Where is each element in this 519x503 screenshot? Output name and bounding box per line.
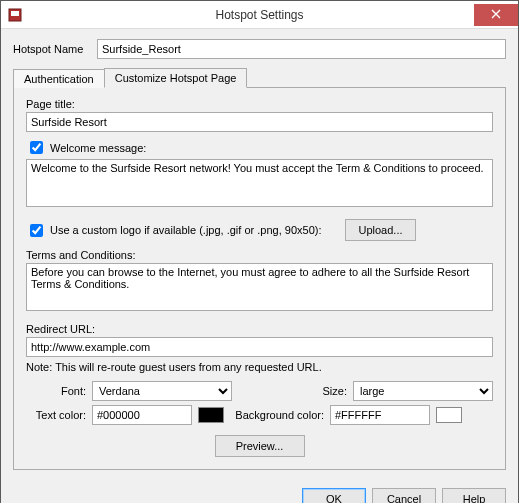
terms-label: Terms and Conditions: bbox=[26, 249, 493, 261]
text-color-label: Text color: bbox=[26, 409, 86, 421]
preview-button[interactable]: Preview... bbox=[215, 435, 305, 457]
custom-logo-label: Use a custom logo if available (.jpg, .g… bbox=[50, 224, 321, 236]
bg-color-swatch[interactable] bbox=[436, 407, 462, 423]
close-button[interactable] bbox=[474, 4, 518, 26]
welcome-message-label: Welcome message: bbox=[50, 142, 146, 154]
preview-row: Preview... bbox=[26, 435, 493, 457]
welcome-message-row: Welcome message: bbox=[26, 138, 493, 157]
size-label: Size: bbox=[287, 385, 347, 397]
font-size-grid: Font: Verdana Size: large bbox=[26, 381, 493, 401]
color-grid: Text color: Background color: bbox=[26, 405, 493, 425]
hotspot-name-row: Hotspot Name bbox=[13, 39, 506, 59]
size-select[interactable]: large bbox=[353, 381, 493, 401]
redirect-url-label: Redirect URL: bbox=[26, 323, 493, 335]
redirect-note: Note: This will re-route guest users fro… bbox=[26, 361, 493, 373]
dialog-body: Hotspot Name Authentication Customize Ho… bbox=[1, 29, 518, 480]
page-title-input[interactable] bbox=[26, 112, 493, 132]
titlebar: Hotspot Settings bbox=[1, 1, 518, 29]
close-icon bbox=[491, 8, 501, 22]
custom-logo-checkbox[interactable] bbox=[30, 224, 43, 237]
text-color-input[interactable] bbox=[92, 405, 192, 425]
text-color-swatch[interactable] bbox=[198, 407, 224, 423]
cancel-button[interactable]: Cancel bbox=[372, 488, 436, 503]
tab-authentication[interactable]: Authentication bbox=[13, 69, 105, 88]
font-select[interactable]: Verdana bbox=[92, 381, 232, 401]
bg-color-input[interactable] bbox=[330, 405, 430, 425]
page-title-label: Page title: bbox=[26, 98, 493, 110]
svg-rect-1 bbox=[11, 11, 19, 16]
redirect-url-input[interactable] bbox=[26, 337, 493, 357]
help-button[interactable]: Help bbox=[442, 488, 506, 503]
welcome-message-textarea[interactable]: Welcome to the Surfside Resort network! … bbox=[26, 159, 493, 207]
upload-button[interactable]: Upload... bbox=[345, 219, 415, 241]
ok-button[interactable]: OK bbox=[302, 488, 366, 503]
welcome-message-checkbox[interactable] bbox=[30, 141, 43, 154]
bg-color-label: Background color: bbox=[234, 409, 324, 421]
hotspot-name-input[interactable] bbox=[97, 39, 506, 59]
dialog-footer: OK Cancel Help bbox=[1, 480, 518, 503]
custom-logo-row: Use a custom logo if available (.jpg, .g… bbox=[26, 219, 493, 241]
terms-textarea[interactable]: Before you can browse to the Internet, y… bbox=[26, 263, 493, 311]
tab-customize-hotspot-page[interactable]: Customize Hotspot Page bbox=[104, 68, 248, 88]
tabstrip: Authentication Customize Hotspot Page bbox=[13, 67, 506, 88]
customize-panel: Page title: Welcome message: Welcome to … bbox=[13, 88, 506, 470]
hotspot-name-label: Hotspot Name bbox=[13, 43, 97, 55]
app-icon bbox=[7, 7, 23, 23]
hotspot-settings-window: Hotspot Settings Hotspot Name Authentica… bbox=[0, 0, 519, 503]
font-label: Font: bbox=[26, 385, 86, 397]
window-title: Hotspot Settings bbox=[1, 8, 518, 22]
